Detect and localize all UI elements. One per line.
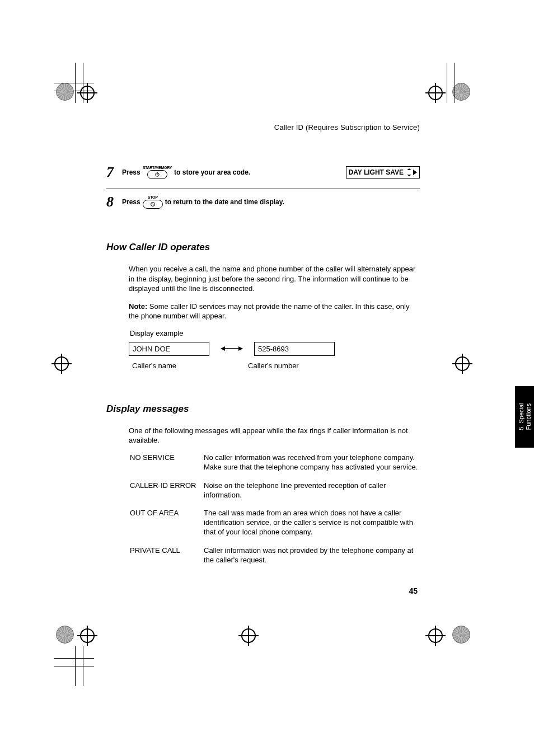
step-post: to return to the date and time display.: [165, 198, 284, 206]
step-number: 8: [106, 194, 122, 210]
nav-arrows-icon: [407, 168, 417, 176]
table-row: PRIVATE CALL Caller information was not …: [130, 546, 420, 565]
step-pre: Press: [122, 198, 140, 206]
section2-intro: One of the following messages will appea…: [129, 426, 420, 445]
msg-label: NO SERVICE: [130, 453, 204, 472]
stop-key-icon: STOP: [143, 195, 163, 209]
registration-disc-icon: [452, 626, 470, 644]
svg-marker-4: [413, 170, 417, 175]
msg-desc: Caller information was not provided by t…: [204, 546, 420, 565]
caption-number: Caller's number: [248, 361, 299, 370]
section-title-how-operates: How Caller ID operates: [106, 242, 420, 253]
chapter-tab-label: 5. Special Functions: [517, 403, 531, 430]
msg-desc: The call was made from an area which doe…: [204, 509, 420, 537]
table-row: OUT OF AREA The call was made from an ar…: [130, 509, 420, 537]
msg-label: CALLER-ID ERROR: [130, 481, 204, 500]
section1-paragraph: When you receive a call, the name and ph…: [129, 264, 420, 294]
note-text: Some caller ID services may not provide …: [129, 302, 409, 321]
registration-disc-icon: [56, 626, 74, 644]
msg-desc: Noise on the telephone line prevented re…: [204, 481, 420, 500]
chapter-tab: 5. Special Functions: [515, 386, 534, 448]
registration-crosshair-icon: [238, 626, 259, 646]
messages-table: NO SERVICE No caller information was rec…: [130, 453, 420, 565]
step-7: 7 Press START/MEMORY to store your area …: [106, 159, 420, 189]
registration-crosshair-icon: [425, 626, 446, 646]
step-number: 7: [106, 164, 122, 181]
lcd-text: DAY LIGHT SAVE: [349, 168, 404, 176]
page-header: Caller ID (Requires Subscription to Serv…: [106, 123, 420, 132]
msg-label: PRIVATE CALL: [130, 546, 204, 565]
step-8: 8 Press STOP to return to the date and t…: [106, 189, 420, 218]
section1-note: Note: Some caller ID services may not pr…: [129, 302, 420, 321]
svg-marker-2: [407, 168, 411, 170]
step-text: Press STOP to return to the date and tim…: [122, 195, 420, 209]
svg-line-6: [151, 203, 154, 206]
msg-desc: No caller information was received from …: [204, 453, 420, 472]
registration-crosshair-icon: [77, 83, 97, 103]
registration-crosshair-icon: [51, 354, 72, 374]
svg-marker-8: [221, 346, 225, 351]
section-title-display-messages: Display messages: [106, 403, 420, 415]
svg-marker-3: [407, 175, 411, 176]
msg-label: OUT OF AREA: [130, 509, 204, 537]
registration-crosshair-icon: [452, 354, 472, 374]
key-label: STOP: [148, 195, 158, 199]
svg-marker-9: [238, 346, 243, 351]
table-row: NO SERVICE No caller information was rec…: [130, 453, 420, 472]
page-number: 45: [409, 586, 418, 595]
display-example-label: Display example: [130, 329, 420, 337]
double-arrow-icon: [221, 345, 243, 352]
step-post: to store your area code.: [174, 168, 250, 176]
step-pre: Press: [122, 168, 140, 176]
key-label: START/MEMORY: [143, 166, 172, 170]
registration-crosshair-icon: [77, 626, 97, 646]
start-memory-key-icon: START/MEMORY: [143, 166, 172, 179]
example-lcd-number: 525-8693: [254, 342, 335, 356]
example-lcd-name: JOHN DOE: [129, 342, 209, 356]
registration-disc-icon: [56, 83, 74, 101]
registration-crosshair-icon: [425, 83, 446, 103]
table-row: CALLER-ID ERROR Noise on the telephone l…: [130, 481, 420, 500]
note-label: Note:: [129, 302, 147, 311]
caption-name: Caller's name: [132, 361, 176, 370]
step-text: Press START/MEMORY to store your area co…: [122, 166, 420, 179]
lcd-display: DAY LIGHT SAVE: [346, 166, 420, 179]
